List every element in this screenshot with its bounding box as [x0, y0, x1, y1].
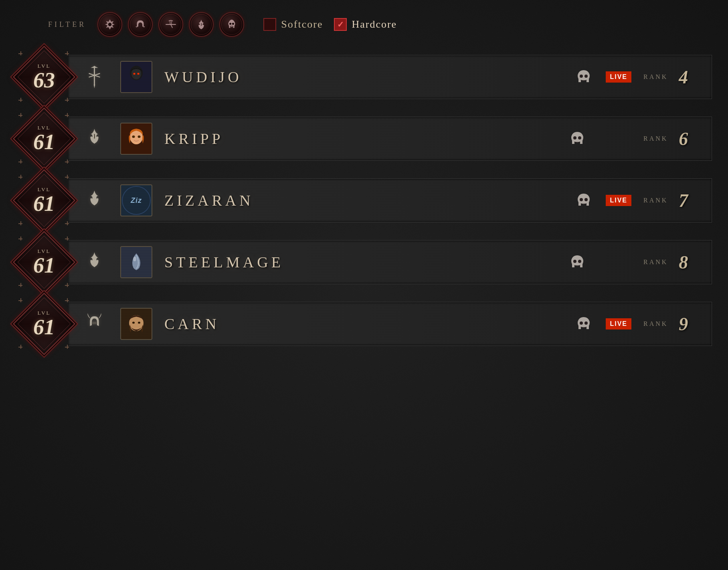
carn-avatar-art	[121, 309, 152, 339]
skull-icon	[574, 190, 594, 210]
filter-crusader-button[interactable]	[128, 12, 153, 37]
svg-point-39	[584, 321, 588, 325]
level-badge-wudijo: LVL 63	[16, 49, 72, 105]
rank-number: 6	[672, 128, 688, 150]
player-avatar-wudijo	[120, 61, 152, 93]
svg-point-30	[573, 260, 576, 263]
svg-point-3	[229, 23, 231, 25]
filter-bar: FILTER	[0, 0, 728, 45]
diamond-content: LVL 63	[33, 63, 55, 91]
lvl-label: LVL	[37, 63, 51, 69]
skull-icon	[567, 129, 587, 149]
svg-point-16	[584, 75, 588, 78]
corner-br	[65, 98, 70, 103]
svg-point-14	[138, 73, 139, 75]
leaderboard: LVL 63	[0, 45, 728, 368]
live-badge: LIVE	[606, 195, 631, 206]
mode-toggles: Softcore Hardcore	[263, 18, 397, 31]
level-badge-zizaran: LVL 61	[16, 172, 72, 228]
corner-tr	[65, 51, 70, 56]
leaderboard-row: LVL 61	[16, 296, 712, 352]
rank-number: 4	[672, 67, 688, 88]
filter-necromancer-button[interactable]	[219, 12, 244, 37]
zizaran-avatar-art: Ziz	[121, 185, 152, 216]
leaderboard-row: LVL 61	[16, 111, 712, 167]
lvl-number: 61	[33, 193, 55, 214]
hardcore-toggle[interactable]: Hardcore	[334, 18, 397, 31]
live-badge: LIVE	[606, 318, 631, 329]
steelmage-avatar-art	[121, 247, 152, 277]
svg-point-19	[132, 135, 135, 138]
skull-icon	[567, 252, 587, 272]
corner-bl	[18, 345, 23, 350]
hardcore-label: Hardcore	[352, 18, 397, 30]
svg-point-38	[580, 321, 583, 325]
svg-point-29	[133, 257, 136, 261]
demonhunter-class-icon	[164, 18, 178, 31]
filter-icons	[97, 12, 244, 37]
class-icon-witchdoctor2	[80, 186, 108, 214]
class-icon-witchdoctor	[80, 125, 108, 153]
row-bar: CARN LIVE RANK 9	[68, 302, 712, 346]
svg-point-10	[131, 68, 141, 79]
rank-container: RANK 8	[643, 252, 696, 273]
rank-label: RANK	[643, 197, 668, 204]
leaderboard-row: LVL 63	[16, 49, 712, 105]
corner-tr	[65, 175, 70, 180]
corner-tl	[18, 113, 23, 118]
diamond-content: LVL 61	[33, 310, 55, 338]
rank-number: 7	[672, 190, 688, 211]
corner-bl	[18, 283, 23, 288]
rank-number: 8	[672, 252, 688, 273]
skull-icon	[574, 67, 594, 87]
player-name-carn: CARN	[164, 315, 562, 333]
row-bar: WUDIJO LIVE RANK 4	[68, 55, 712, 99]
corner-br	[65, 283, 70, 288]
level-badge-carn: LVL 61	[16, 296, 72, 352]
corner-bl	[18, 98, 23, 103]
leaderboard-row: LVL 61 STEELMAGE	[16, 234, 712, 290]
skull-icon	[574, 314, 594, 334]
level-badge-kripp: LVL 61	[16, 111, 72, 167]
filter-demonhunter-button[interactable]	[158, 12, 183, 37]
live-badge: LIVE	[606, 71, 631, 83]
softcore-checkbox[interactable]	[263, 18, 276, 31]
row-bar: KRIPP RANK 6	[68, 117, 712, 161]
svg-point-26	[580, 198, 583, 201]
rank-number: 9	[672, 313, 688, 335]
corner-br	[65, 345, 70, 350]
player-avatar-carn	[120, 308, 152, 340]
lvl-label: LVL	[37, 249, 51, 254]
filter-witchdoctor-button[interactable]	[189, 12, 214, 37]
lvl-number: 63	[33, 69, 55, 91]
kripp-avatar-art	[121, 123, 152, 154]
leaderboard-row: LVL 61 Ziz ZIZARAN	[16, 172, 712, 228]
level-badge-steelmage: LVL 61	[16, 234, 72, 290]
filter-barbarian-button[interactable]	[97, 12, 122, 37]
barbarian-class-icon	[103, 18, 117, 31]
row-bar: STEELMAGE RANK 8	[68, 240, 712, 284]
player-name-kripp: KRIPP	[164, 130, 555, 148]
rank-label: RANK	[643, 73, 668, 81]
lvl-number: 61	[33, 255, 55, 276]
class-icon-demonhunter	[80, 63, 108, 91]
corner-tr	[65, 236, 70, 241]
hardcore-checkbox[interactable]	[334, 18, 347, 31]
row-bar: Ziz ZIZARAN LIVE RANK 7	[68, 178, 712, 222]
rank-label: RANK	[643, 320, 668, 327]
rank-label: RANK	[643, 259, 668, 266]
witchdoctor-class-icon	[194, 18, 208, 31]
svg-point-27	[584, 198, 588, 201]
softcore-toggle[interactable]: Softcore	[263, 18, 323, 31]
svg-point-22	[578, 136, 581, 139]
lvl-label: LVL	[37, 187, 51, 192]
necromancer-class-icon	[225, 18, 239, 31]
svg-point-20	[138, 135, 141, 138]
player-name-steelmage: STEELMAGE	[164, 253, 555, 271]
player-name-wudijo: WUDIJO	[164, 68, 562, 86]
svg-point-21	[573, 136, 576, 139]
rank-container: RANK 4	[643, 67, 696, 88]
svg-point-0	[108, 23, 112, 26]
player-avatar-kripp	[120, 123, 152, 155]
wudijo-avatar-art	[121, 62, 152, 92]
